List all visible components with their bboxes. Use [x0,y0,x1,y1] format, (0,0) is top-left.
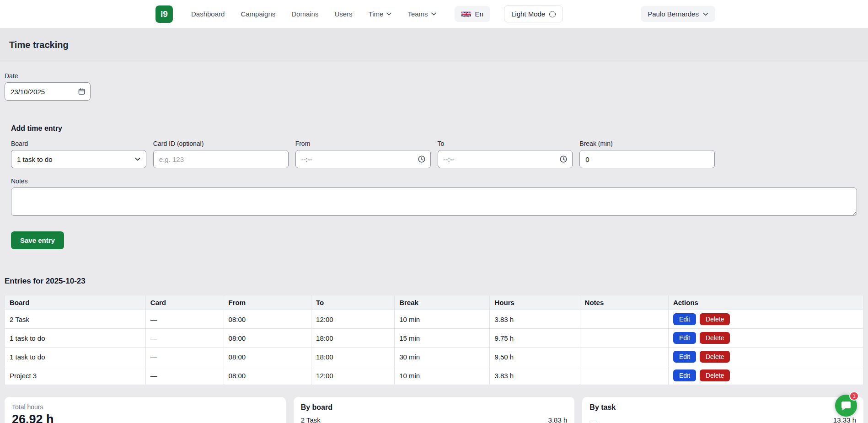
card-id-label: Card ID (optional) [153,140,289,147]
user-menu[interactable]: Paulo Bernardes [641,6,715,22]
to-cell: 18:00 [311,329,395,348]
break-cell: 10 min [395,310,490,329]
to-cell: 12:00 [311,366,395,385]
page-title: Time tracking [9,40,859,50]
nav-item-time[interactable]: Time [369,10,392,18]
actions-cell: Edit Delete [668,329,863,348]
column-header-notes: Notes [580,295,668,310]
light-mode-label: Light Mode [511,10,545,18]
notes-cell [580,329,668,348]
nav-item-campaigns[interactable]: Campaigns [241,10,275,18]
table-header-row: Board Card From To Break Hours Notes Act… [5,295,863,310]
from-label: From [295,140,431,147]
notes-cell [580,348,668,366]
card-cell: — [145,329,224,348]
page-header: Time tracking [0,28,868,62]
nav-item-teams[interactable]: Teams [407,10,436,18]
delete-button[interactable]: Delete [700,332,730,344]
hours-cell: 9.50 h [490,348,580,366]
top-navigation-inner: i9 Dashboard Campaigns Domains Users Tim… [155,0,713,28]
from-cell: 08:00 [224,329,311,348]
card-cell: — [145,310,224,329]
nav-item-users[interactable]: Users [334,10,352,18]
clock-icon[interactable] [559,155,568,163]
nav-item-time-label: Time [369,10,384,18]
chat-button[interactable]: 1 [835,395,857,417]
entries-table: Board Card From To Break Hours Notes Act… [5,295,863,385]
main-nav: Dashboard Campaigns Domains Users Time T… [191,10,436,18]
to-cell: 18:00 [311,348,395,366]
from-cell: 08:00 [224,310,311,329]
card-id-input[interactable] [153,150,289,168]
delete-button[interactable]: Delete [700,369,730,381]
notes-label: Notes [11,177,857,185]
delete-button[interactable]: Delete [700,351,730,363]
summary-section: Total hours 26.92 h By board 2 Task 3.83… [5,397,863,423]
board-name: 2 Task [301,416,321,423]
hours-cell: 3.83 h [490,366,580,385]
board-cell: Project 3 [5,366,146,385]
column-header-actions: Actions [668,295,863,310]
clock-icon[interactable] [418,155,426,163]
edit-button[interactable]: Edit [673,351,696,363]
nav-item-dashboard[interactable]: Dashboard [191,10,225,18]
add-entry-title: Add time entry [11,124,857,133]
chevron-down-icon [431,12,436,16]
column-header-board: Board [5,295,146,310]
date-section: Date [5,72,863,101]
actions-cell: Edit Delete [668,366,863,385]
board-cell: 2 Task [5,310,146,329]
to-time-input[interactable] [438,150,573,168]
circle-icon [549,11,556,17]
notes-cell [580,366,668,385]
column-header-hours: Hours [490,295,580,310]
column-header-to: To [311,295,395,310]
entries-section: Entries for 2025-10-23 Board Card From T… [5,277,863,385]
table-row: 1 task to do — 08:00 18:00 30 min 9.50 h… [5,348,863,366]
to-cell: 12:00 [311,310,395,329]
break-label: Break (min) [579,140,715,147]
hours-cell: 9.75 h [490,329,580,348]
from-cell: 08:00 [224,348,311,366]
by-task-row: — 13.33 h [589,416,856,423]
card-cell: — [145,366,224,385]
top-navigation: i9 Dashboard Campaigns Domains Users Tim… [0,0,868,28]
edit-button[interactable]: Edit [673,313,696,325]
column-header-card: Card [145,295,224,310]
chevron-down-icon [703,12,708,16]
notes-field: Notes [11,177,857,218]
table-row: 1 task to do — 08:00 18:00 15 min 9.75 h… [5,329,863,348]
language-selector[interactable]: En [455,6,490,22]
light-mode-toggle[interactable]: Light Mode [504,5,563,22]
entries-title: Entries for 2025-10-23 [5,277,863,286]
chevron-down-icon [386,12,391,16]
date-label: Date [5,72,863,80]
board-field: Board 1 task to do [11,140,146,168]
main-content: Date Add time entry Board 1 task to do [0,72,868,423]
by-task-title: By task [589,403,856,412]
column-header-from: From [224,295,311,310]
table-row: Project 3 — 08:00 12:00 10 min 3.83 h Ed… [5,366,863,385]
chat-bubble-icon [841,400,852,411]
uk-flag-icon [461,11,471,17]
table-row: 2 Task — 08:00 12:00 10 min 3.83 h Edit … [5,310,863,329]
nav-item-domains[interactable]: Domains [291,10,318,18]
from-time-input[interactable] [295,150,431,168]
by-board-title: By board [301,403,568,412]
break-input[interactable] [579,150,715,168]
save-entry-button[interactable]: Save entry [11,231,64,249]
edit-button[interactable]: Edit [673,369,696,381]
edit-button[interactable]: Edit [673,332,696,344]
board-cell: 1 task to do [5,329,146,348]
board-select[interactable]: 1 task to do [11,150,146,168]
notes-textarea[interactable] [11,187,857,216]
user-name: Paulo Bernardes [648,10,699,18]
total-hours-card: Total hours 26.92 h [5,397,286,423]
break-cell: 15 min [395,329,490,348]
form-grid: Board 1 task to do Card ID (optional) Fr… [11,140,857,218]
calendar-icon[interactable] [78,88,86,96]
delete-button[interactable]: Delete [700,313,730,325]
to-label: To [438,140,573,147]
app-logo[interactable]: i9 [155,5,173,23]
actions-cell: Edit Delete [668,348,863,366]
